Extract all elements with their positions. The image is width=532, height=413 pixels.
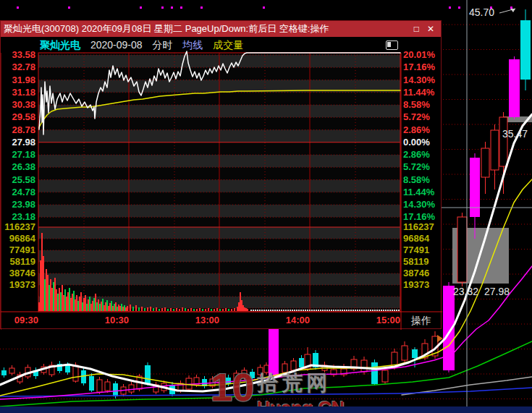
watermark-number: 10 bbox=[211, 369, 254, 405]
time-label: 14:00 bbox=[268, 315, 310, 325]
axis-label: 58119 bbox=[1, 256, 35, 268]
watermark-cn: 拾荒网 bbox=[257, 369, 345, 398]
axis-label: 30.38 bbox=[1, 99, 35, 111]
operate-label[interactable]: 操作 bbox=[403, 315, 439, 328]
axis-label: 29.58 bbox=[1, 111, 35, 123]
axis-label: 96864 bbox=[1, 233, 35, 244]
axis-label: 17.16% bbox=[403, 61, 441, 73]
axis-label: 31.98 bbox=[1, 74, 35, 86]
axis-label: 77491 bbox=[1, 244, 35, 256]
axis-label: 26.38 bbox=[1, 161, 35, 173]
axis-label: 58119 bbox=[403, 256, 441, 268]
time-label: 13:00 bbox=[177, 315, 219, 325]
axis-label: 8.58% bbox=[403, 99, 441, 111]
minute-chart[interactable] bbox=[1, 21, 442, 330]
axis-label: 38746 bbox=[1, 268, 35, 279]
axis-label: 14.30% bbox=[403, 199, 441, 210]
time-label: 09:30 bbox=[0, 315, 38, 325]
bottom-strip bbox=[0, 406, 532, 413]
axis-label: 19373 bbox=[403, 279, 441, 291]
axis-label: 32.78 bbox=[1, 61, 35, 73]
axis-label: 5.72% bbox=[403, 111, 441, 123]
axis-label: 14.30% bbox=[403, 74, 441, 86]
axis-label: 20.01% bbox=[403, 49, 441, 61]
axis-label: 24.78 bbox=[1, 187, 35, 198]
axis-label: 33.58 bbox=[1, 49, 35, 61]
axis-label: 0.00% bbox=[403, 137, 441, 148]
axis-label: 5.72% bbox=[403, 161, 441, 173]
axis-label: 116237 bbox=[403, 221, 441, 233]
axis-label: 38746 bbox=[403, 268, 441, 279]
axis-label: 96864 bbox=[403, 233, 441, 244]
svg-text:35.47: 35.47 bbox=[502, 128, 528, 140]
axis-label: 2.86% bbox=[403, 124, 441, 136]
intraday-chart-window: 聚灿光电(300708) 2020年09月08日 星期二 PageUp/Down… bbox=[0, 20, 442, 329]
axis-label: 116237 bbox=[1, 221, 35, 233]
axis-label: 2.86% bbox=[403, 149, 441, 161]
axis-label: 28.78 bbox=[1, 124, 35, 136]
axis-label: 8.58% bbox=[403, 174, 441, 186]
axis-label: 25.58 bbox=[1, 174, 35, 186]
axis-label: 77491 bbox=[403, 244, 441, 256]
svg-text:27.98: 27.98 bbox=[484, 286, 510, 297]
screen: 45.7035.4723.3227.98 10 拾荒网 Huang.CN 聚灿光… bbox=[0, 0, 532, 413]
svg-text:23.32: 23.32 bbox=[453, 286, 478, 297]
time-label: 15:00 bbox=[358, 315, 400, 325]
axis-label: 19373 bbox=[1, 279, 35, 291]
axis-label: 27.18 bbox=[1, 149, 35, 161]
svg-text:45.70: 45.70 bbox=[469, 7, 494, 18]
time-label: 10:30 bbox=[87, 315, 129, 325]
axis-label: 11.44% bbox=[403, 87, 441, 98]
axis-label: 11.44% bbox=[403, 187, 441, 198]
axis-label: 31.18 bbox=[1, 87, 35, 98]
axis-label: 23.98 bbox=[1, 199, 35, 210]
axis-label: 27.98 bbox=[1, 137, 35, 148]
